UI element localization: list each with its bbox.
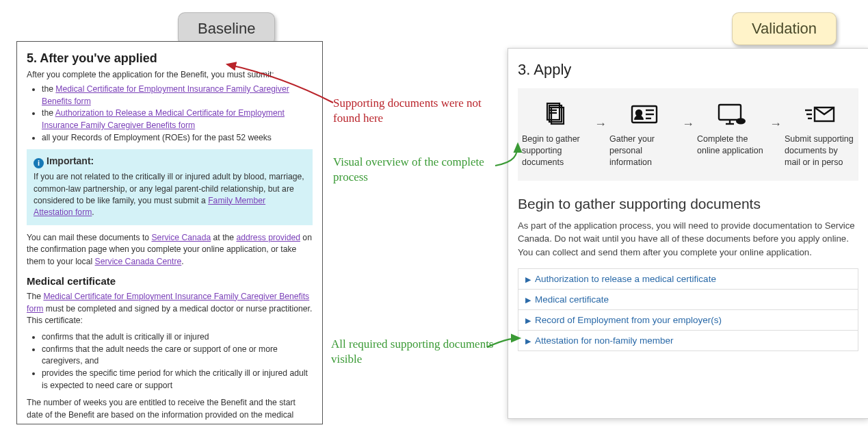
process-overview: Begin to gather supporting documents → G… — [518, 88, 858, 181]
validation-heading: 3. Apply — [518, 61, 858, 79]
caret-icon: ▶ — [525, 337, 531, 345]
text: must be completed and signed by a medica… — [27, 304, 312, 326]
svg-rect-11 — [719, 105, 741, 120]
baseline-pane: 5. After you've applied After you comple… — [16, 41, 323, 424]
annotation-all-docs-visible: All required supporting documents visibl… — [331, 337, 495, 367]
accordion-label: Authorization to release a medical certi… — [535, 274, 716, 284]
medical-cert-closing: The number of weeks you are entitled to … — [27, 397, 313, 424]
medical-cert-list: confirms that the adult is critically il… — [27, 331, 313, 392]
badge-baseline: Baseline — [178, 12, 275, 45]
list-item: the Medical Certificate for Employment I… — [42, 84, 313, 107]
accordion-roe[interactable]: ▶Record of Employment from your employer… — [518, 309, 858, 331]
caret-icon: ▶ — [525, 296, 531, 304]
accordion-label: Record of Employment from your employer(… — [535, 315, 722, 325]
baseline-heading: 5. After you've applied — [27, 51, 313, 66]
arrow-icon: → — [682, 117, 694, 131]
comparison-figure: Baseline Validation 5. After you've appl… — [8, 8, 860, 433]
step-label: Gather your personal information — [609, 133, 679, 168]
gather-paragraph: As part of the application process, you … — [518, 219, 858, 259]
accordion-label: Attestation for non-family member — [535, 335, 674, 346]
text: . — [92, 207, 94, 217]
process-step-online: Complete the online application — [697, 99, 767, 157]
address-link[interactable]: address provided — [236, 233, 300, 242]
step-label: Submit supporting documents by mail or i… — [785, 133, 854, 168]
list-item: all your Records of Employment (ROEs) fo… — [42, 132, 313, 144]
step-label: Begin to gather supporting documents — [522, 133, 592, 168]
badge-validation: Validation — [732, 12, 837, 45]
baseline-submit-list: the Medical Certificate for Employment I… — [27, 84, 313, 144]
send-mail-icon — [785, 99, 854, 129]
medical-cert-subhead: Medical certificate — [27, 275, 313, 287]
text: the — [42, 108, 55, 118]
baseline-lead: After you complete the application for t… — [27, 70, 313, 79]
important-callout: iImportant: If you are not related to th… — [27, 149, 313, 225]
annotation-docs-not-found: Supporting documents were not found here — [333, 96, 497, 126]
arrow-icon: → — [770, 117, 782, 131]
accordion-medical-cert[interactable]: ▶Medical certificate — [518, 289, 858, 310]
accordion-attestation[interactable]: ▶Attestation for non-family member — [518, 330, 858, 351]
service-canada-centre-link[interactable]: Service Canada Centre — [95, 257, 182, 266]
id-card-icon — [609, 99, 679, 129]
text: You can mail these documents to — [27, 233, 151, 242]
text: . — [181, 257, 183, 266]
documents-icon — [522, 99, 592, 129]
medical-cert-intro: The Medical Certificate for Employment I… — [27, 291, 313, 327]
monitor-icon — [697, 99, 767, 129]
text: Important: — [47, 155, 94, 166]
accordion-label: Medical certificate — [535, 294, 609, 305]
mail-paragraph: You can mail these documents to Service … — [27, 232, 313, 268]
text: at the — [211, 233, 236, 242]
caret-icon: ▶ — [525, 275, 531, 283]
text: The — [27, 292, 43, 301]
annotation-visual-overview: Visual overview of the complete process — [333, 155, 497, 185]
important-title: iImportant: — [34, 155, 306, 168]
arrow-icon: → — [594, 117, 607, 131]
validation-pane: 3. Apply Begin to gather supporting docu… — [508, 48, 868, 419]
svg-point-14 — [736, 118, 746, 125]
info-icon: i — [34, 158, 44, 168]
accordion-authorization[interactable]: ▶Authorization to release a medical cert… — [518, 268, 858, 290]
process-step-personal: Gather your personal information — [609, 99, 679, 168]
list-item: provides the specific time period for wh… — [42, 368, 313, 392]
medical-cert-link[interactable]: Medical Certificate for Employment Insur… — [42, 84, 289, 106]
service-canada-link[interactable]: Service Canada — [151, 233, 211, 242]
process-step-documents: Begin to gather supporting documents — [522, 99, 592, 168]
gather-heading: Begin to gather supporting documents — [518, 196, 858, 212]
text: the — [42, 84, 55, 94]
authorization-link[interactable]: Authorization to Release a Medical Certi… — [42, 108, 285, 130]
list-item: confirms that the adult needs the care o… — [42, 344, 313, 368]
step-label: Complete the online application — [697, 133, 767, 157]
caret-icon: ▶ — [525, 316, 531, 324]
list-item: confirms that the adult is critically il… — [42, 331, 313, 344]
list-item: the Authorization to Release a Medical C… — [42, 107, 313, 131]
process-step-submit: Submit supporting documents by mail or i… — [785, 99, 854, 168]
